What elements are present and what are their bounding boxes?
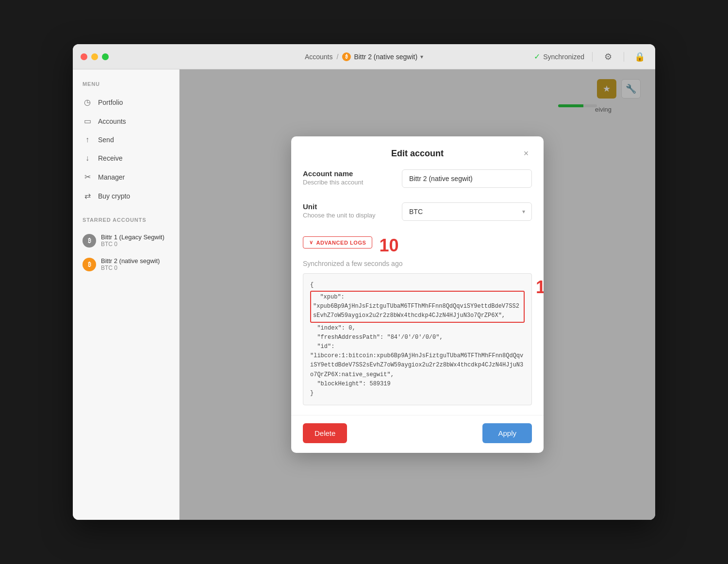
log-fresh-address: "freshAddressPath": "84'/0'/0'/0/0", [310,333,525,342]
log-id-key: "id": [310,342,525,351]
sync-info: Synchronized a few seconds ago [303,260,532,267]
log-block-height: "blockHeight": 589319 [310,380,525,389]
btc-icon-small: ₿ [342,52,351,61]
sidebar-item-label: Portfolio [98,99,123,106]
divider [592,52,593,62]
breadcrumb-separator: / [336,53,338,61]
sidebar-item-label: Manager [98,173,125,181]
log-open-brace: { [310,281,525,290]
account-info: Bittr 1 (Legacy Segwit) BTC 0 [101,233,165,248]
account-balance-2: BTC 0 [101,265,160,271]
xpub-highlight: "xpub": "xpub6Bp9AjHnJsFiztguTUbaM6TFThM… [310,291,525,323]
edit-account-modal: Edit account × Account name Desc [291,136,544,453]
send-icon: ↑ [83,135,92,144]
main-content: ★ 🔧 eiving Edit account [180,69,655,520]
sync-check-icon: ✓ [534,52,540,61]
title-bar: Accounts / ₿ Bittr 2 (native segwit) ▾ ✓… [73,44,655,69]
lock-icon[interactable]: 🔒 [632,49,647,65]
account-name: Bittr 1 (Legacy Segwit) [101,233,165,241]
sidebar-item-manager[interactable]: ✂ Manager [73,167,179,186]
account-info-2: Bittr 2 (native segwit) BTC 0 [101,257,160,271]
divider-2 [624,52,624,62]
starred-account-bittr1[interactable]: ₿ Bittr 1 (Legacy Segwit) BTC 0 [73,229,179,252]
account-name-input[interactable] [402,169,532,188]
accounts-icon: ▭ [83,116,92,126]
unit-label: Unit [303,202,390,211]
sidebar-item-buy-crypto[interactable]: ⇄ Buy crypto [73,186,179,205]
account-name-sublabel: Describe this account [303,179,390,186]
sync-status-label: Synchronized [543,53,584,61]
log-container: { "xpub": "xpub6Bp9AjHnJsFiztguTUbaM6TFT… [303,273,532,405]
annotation-10: 10 [379,235,398,256]
minimize-button[interactable] [91,53,98,60]
receive-icon: ↓ [83,154,92,163]
annotation-11: 11 [536,277,544,298]
sidebar-item-label: Buy crypto [98,192,130,200]
breadcrumb-accounts[interactable]: Accounts [305,53,333,61]
traffic-lights [81,53,109,60]
settings-icon[interactable]: ⚙ [600,49,616,65]
delete-button[interactable]: Delete [303,423,347,443]
account-name-label: Account name [303,169,390,178]
breadcrumb-current: ₿ Bittr 2 (native segwit) ▾ [342,52,423,61]
modal-close-button[interactable]: × [520,148,532,160]
btc-icon-native: ₿ [83,258,96,271]
unit-select[interactable]: BTC mBTC μBTC [402,202,532,221]
advanced-logs-row: ∨ ADVANCED LOGS 10 [303,235,532,256]
maximize-button[interactable] [102,53,109,60]
close-button[interactable] [81,53,87,60]
sidebar-item-portfolio[interactable]: ◷ Portfolio [73,93,179,112]
log-id-value: "libcore:1:bitcoin:xpub6Bp9AjHnJsFiztguT… [310,351,525,380]
account-name-group: Account name Describe this account [303,169,532,191]
chevron-down-icon[interactable]: ▾ [420,53,423,60]
sidebar-item-label: Accounts [98,117,126,125]
apply-button[interactable]: Apply [482,423,532,443]
menu-label: MENU [73,81,179,87]
modal-header: Edit account × [291,136,544,160]
manager-icon: ✂ [83,172,92,182]
unit-group: Unit Choose the unit to display BTC mBTC… [303,202,532,224]
starred-account-bittr2[interactable]: ₿ Bittr 2 (native segwit) BTC 0 [73,252,179,276]
modal-body: Account name Describe this account Unit [291,160,544,415]
log-index: "index": 0, [310,324,525,333]
log-xpub-value: "xpub6Bp9AjHnJsFiztguTUbaM6TFThMhFFnn8Qd… [313,302,522,320]
account-balance: BTC 0 [101,241,165,248]
log-xpub-key: "xpub": [313,293,522,302]
portfolio-icon: ◷ [83,98,92,107]
sidebar-item-label: Send [98,136,114,144]
unit-sublabel: Choose the unit to display [303,212,390,219]
buy-crypto-icon: ⇄ [83,191,92,200]
log-close-brace: } [310,389,525,398]
starred-accounts-label: STARRED ACCOUNTS [73,217,179,223]
modal-title: Edit account [314,149,520,159]
sidebar-item-receive[interactable]: ↓ Receive [73,149,179,167]
content-area: MENU ◷ Portfolio ▭ Accounts ↑ Send ↓ Rec… [73,69,655,520]
modal-footer: Delete Apply [291,415,544,453]
chevron-icon: ∨ [309,239,314,246]
advanced-logs-label: ADVANCED LOGS [316,240,366,246]
sidebar-item-accounts[interactable]: ▭ Accounts [73,112,179,131]
sidebar: MENU ◷ Portfolio ▭ Accounts ↑ Send ↓ Rec… [73,69,180,520]
btc-icon-legacy: ₿ [83,234,96,248]
modal-overlay: Edit account × Account name Desc [180,69,655,520]
breadcrumb-current-label: Bittr 2 (native segwit) [354,53,417,61]
sidebar-item-send[interactable]: ↑ Send [73,131,179,149]
advanced-logs-toggle[interactable]: ∨ ADVANCED LOGS [303,236,372,249]
breadcrumb: Accounts / ₿ Bittr 2 (native segwit) ▾ [305,52,423,61]
sidebar-item-label: Receive [98,154,123,162]
log-wrapper: { "xpub": "xpub6Bp9AjHnJsFiztguTUbaM6TFT… [303,273,532,405]
account-name-2: Bittr 2 (native segwit) [101,257,160,265]
sync-status: ✓ Synchronized [534,52,584,61]
titlebar-actions: ✓ Synchronized ⚙ 🔒 [534,49,647,65]
